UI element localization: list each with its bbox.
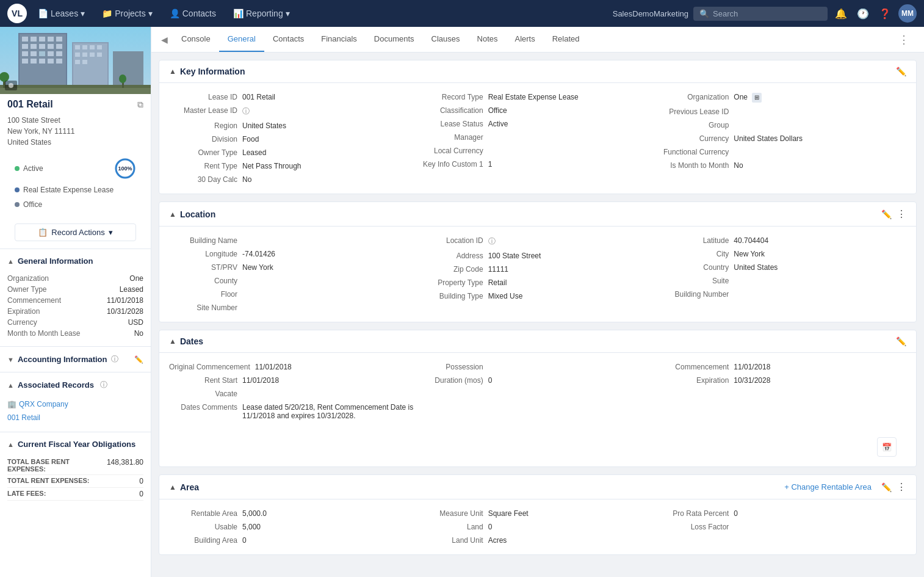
nav-item-projects[interactable]: 📁 Projects ▾ <box>96 6 159 21</box>
history-icon[interactable]: 🕐 <box>854 5 872 22</box>
field-vacate: Vacate <box>169 387 415 401</box>
area-grid: Rentable Area 5,000.0 Usable 5,000 Build… <box>159 499 916 554</box>
search-input[interactable] <box>713 9 821 18</box>
tab-general[interactable]: General <box>219 27 264 52</box>
field-functional-currency: Functional Currency <box>660 145 906 159</box>
location-more-button[interactable]: ⋮ <box>897 208 906 220</box>
field-organization-main: Organization One ⊞ <box>660 90 906 105</box>
help-icon[interactable]: ❓ <box>876 5 893 22</box>
location-toggle[interactable]: ▲ <box>169 210 176 219</box>
key-info-grid: Lease ID 001 Retail Master Lease ID ⓘ Re… <box>159 83 916 194</box>
field-address: Address 100 State Street <box>415 249 661 263</box>
key-info-toggle[interactable]: ▲ <box>169 67 176 76</box>
dates-edit-button[interactable]: ✏️ <box>896 336 906 346</box>
tab-notes[interactable]: Notes <box>469 27 507 52</box>
info-icon-location[interactable]: ⓘ <box>488 237 496 245</box>
org-icon[interactable]: ⊞ <box>752 93 762 103</box>
tab-related[interactable]: Related <box>544 27 588 52</box>
location-section: ▲ Location ✏️ ⋮ Building Name Longitude <box>159 201 917 322</box>
classification-dot <box>15 202 20 207</box>
retail-link[interactable]: 001 Retail <box>7 412 40 423</box>
location-header: ▲ Location ✏️ ⋮ <box>159 202 916 227</box>
tab-more-button[interactable]: ⋮ <box>893 28 914 51</box>
chevron-up-icon: ▲ <box>7 441 14 448</box>
search-box[interactable]: 🔍 <box>693 7 828 21</box>
tab-clauses[interactable]: Clauses <box>423 27 469 52</box>
location-col1: Building Name Longitude -74.01426 ST/PRV… <box>169 234 415 314</box>
lease-address: 100 State Street New York, NY 11111 Unit… <box>0 115 151 153</box>
field-rentable-area: Rentable Area 5,000.0 <box>169 507 415 520</box>
tab-contacts[interactable]: Contacts <box>264 27 312 52</box>
field-expiration-date: Expiration 10/31/2028 <box>660 374 906 387</box>
tab-documents[interactable]: Documents <box>366 27 423 52</box>
chevron-down-icon: ▾ <box>81 9 85 18</box>
area-edit-button[interactable]: ✏️ <box>881 482 892 492</box>
fiscal-rent-expenses: TOTAL RENT EXPENSES: 0 <box>7 475 143 488</box>
key-info-title: Key Information <box>180 67 245 76</box>
svg-rect-33 <box>75 60 80 64</box>
chevron-up-icon: ▲ <box>7 258 14 265</box>
svg-rect-10 <box>39 44 45 49</box>
field-currency: Currency USD <box>7 317 143 328</box>
svg-rect-25 <box>75 45 80 49</box>
record-icon: 📋 <box>38 228 48 237</box>
location-col2: Location ID ⓘ Address 100 State Street Z… <box>415 234 661 314</box>
dates-grid: Original Commencement 11/01/2018 Rent St… <box>159 353 916 430</box>
location-edit-button[interactable]: ✏️ <box>881 209 892 219</box>
edit-accounting-icon[interactable]: ✏️ <box>134 355 143 364</box>
nav-item-leases[interactable]: 📄 Leases ▾ <box>32 6 91 21</box>
calendar-button[interactable]: 📅 <box>877 437 897 457</box>
tab-financials[interactable]: Financials <box>312 27 366 52</box>
field-owner-type: Owner Type Leased <box>169 146 415 159</box>
field-classification: Classification Office <box>415 104 661 117</box>
field-longitude: Longitude -74.01426 <box>169 247 415 261</box>
nav-item-reporting[interactable]: 📊 Reporting ▾ <box>227 6 296 21</box>
tab-alerts[interactable]: Alerts <box>506 27 543 52</box>
info-icon[interactable]: ⓘ <box>111 354 118 365</box>
dates-toggle[interactable]: ▲ <box>169 337 176 346</box>
svg-rect-37 <box>0 88 151 94</box>
sidebar-associated-section: ▲ Associated Records ⓘ 🏢 QRX Company 001… <box>0 375 151 429</box>
nav-item-contacts[interactable]: 👤 Contacts <box>164 6 222 21</box>
area-more-button[interactable]: ⋮ <box>897 481 906 493</box>
area-toggle[interactable]: ▲ <box>169 483 176 492</box>
key-info-edit-button[interactable]: ✏️ <box>896 67 906 76</box>
classification-label: Office <box>23 200 42 209</box>
field-pro-rata-percent: Pro Rata Percent 0 <box>660 507 906 520</box>
key-info-col2: Record Type Real Estate Expense Lease Cl… <box>415 90 661 186</box>
associated-records-title: Associated Records <box>18 380 94 390</box>
lease-type-label: Real Estate Expense Lease <box>23 186 114 194</box>
building-image <box>0 27 151 94</box>
location-title: Location <box>180 209 215 219</box>
tab-console[interactable]: Console <box>173 27 219 52</box>
svg-rect-21 <box>48 59 54 64</box>
field-record-type: Record Type Real Estate Expense Lease <box>415 90 661 104</box>
tab-bar: ◀ Console General Contacts Financials Do… <box>151 27 924 53</box>
svg-rect-27 <box>90 45 95 49</box>
fiscal-year-content: TOTAL BASE RENT EXPENSES: 148,381.80 TOT… <box>0 454 151 506</box>
field-county: County <box>169 274 415 288</box>
svg-rect-29 <box>75 53 80 57</box>
calendar-icon: 📅 <box>882 443 892 452</box>
reporting-icon: 📊 <box>233 9 244 18</box>
chevron-down-icon: ▾ <box>109 228 113 237</box>
info-icon-assoc[interactable]: ⓘ <box>100 380 107 390</box>
dates-section: ▲ Dates ✏️ Original Commencement 11/01/2… <box>159 330 917 467</box>
field-rent-start: Rent Start 11/01/2018 <box>169 374 415 387</box>
app-logo[interactable]: VL <box>7 4 27 23</box>
notification-icon[interactable]: 🔔 <box>832 5 850 22</box>
general-info-content: Organization One Owner Type Leased Comme… <box>0 270 151 344</box>
dates-header: ▲ Dates ✏️ <box>159 330 916 353</box>
progress-circle: 100% <box>114 158 136 180</box>
change-rentable-area-button[interactable]: + Change Rentable Area <box>784 482 872 492</box>
progress-label: 100% <box>118 165 132 172</box>
field-land: Land 0 <box>415 520 661 534</box>
dates-col1: Original Commencement 11/01/2018 Rent St… <box>169 360 415 423</box>
info-icon-master[interactable]: ⓘ <box>242 107 250 115</box>
lease-title: 001 Retail <box>7 99 53 110</box>
user-avatar[interactable]: MM <box>898 4 917 23</box>
record-actions-button[interactable]: 📋 Record Actions ▾ <box>15 223 136 241</box>
copy-icon[interactable]: ⧉ <box>137 100 143 110</box>
qrx-company-link[interactable]: QRX Company <box>19 399 68 410</box>
sidebar-collapse-button[interactable]: ◀ <box>161 27 173 52</box>
